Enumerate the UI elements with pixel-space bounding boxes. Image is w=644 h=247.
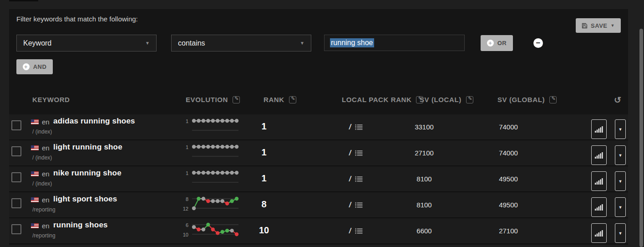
row-checkbox[interactable] — [11, 198, 21, 208]
row-chart-button[interactable] — [591, 145, 607, 165]
language-label: en — [42, 222, 50, 230]
row-chart-button[interactable] — [591, 171, 607, 191]
and-button-label: AND — [33, 63, 47, 70]
filter-value-selected-text: running shoe — [330, 38, 374, 47]
bar-chart-icon — [595, 230, 603, 237]
row-chart-button[interactable] — [591, 119, 607, 139]
keyword-path: /reporting — [32, 232, 56, 239]
evolution-sparkline — [191, 194, 239, 212]
rank-value: 8 — [243, 199, 284, 210]
remove-condition-icon[interactable]: − — [533, 38, 543, 48]
local-pack-list-icon[interactable] — [355, 202, 363, 208]
row-chart-button[interactable] — [591, 197, 607, 217]
rank-value: 1 — [243, 173, 284, 184]
plus-circle-icon: + — [23, 63, 30, 70]
edit-column-icon[interactable]: ✎ — [466, 96, 473, 103]
row-checkbox[interactable] — [11, 120, 21, 130]
sv-local-value: 8100 — [396, 175, 452, 183]
column-header-sv-local[interactable]: SV (LOCAL) ✎ — [420, 96, 473, 103]
bar-chart-icon — [595, 152, 603, 159]
flag-canton — [31, 145, 34, 148]
row-dropdown-button[interactable]: ▼ — [615, 197, 626, 217]
row-dropdown-button[interactable]: ▼ — [615, 119, 626, 139]
evolution-axis-top-label: 6 — [172, 222, 188, 228]
bar-chart-icon — [595, 178, 603, 185]
filter-field-select[interactable]: Keyword ▼ — [16, 35, 157, 51]
filter-field-value: Keyword — [23, 39, 51, 47]
local-pack-list-icon[interactable] — [355, 124, 363, 130]
local-pack-value: / — [349, 227, 351, 235]
chevron-down-icon: ▼ — [611, 23, 615, 28]
row-dropdown-button[interactable]: ▼ — [615, 171, 626, 191]
keyword-link[interactable]: nike running shoe — [53, 169, 122, 178]
local-pack-cell: / — [328, 140, 384, 165]
filter-operator-select[interactable]: contains ▼ — [171, 35, 311, 51]
local-pack-list-icon[interactable] — [355, 228, 363, 234]
table-row: en nike running shoe / (index) 1 1 / 810… — [9, 166, 628, 192]
flag-canton — [31, 223, 34, 226]
sv-global-value: 49500 — [480, 201, 537, 209]
column-header-keyword[interactable]: KEYWORD — [32, 96, 70, 103]
keyword-link[interactable]: light sport shoes — [53, 195, 117, 204]
local-pack-value: / — [349, 201, 351, 209]
sv-local-value: 8100 — [396, 201, 452, 209]
keyword-filter-screen: Filter keywords that match the following… — [0, 0, 644, 247]
column-header-local-pack-rank[interactable]: LOCAL PACK RANK ✎ — [342, 96, 423, 103]
or-button[interactable]: + OR — [481, 35, 513, 51]
column-header-evolution[interactable]: EVOLUTION ✎ — [186, 96, 240, 103]
main-panel: Filter keywords that match the following… — [9, 9, 628, 245]
edit-column-icon[interactable]: ✎ — [233, 96, 240, 103]
evolution-axis-top-label: 1 — [172, 170, 188, 176]
row-chart-button[interactable] — [591, 223, 607, 243]
evolution-sparkline — [191, 168, 239, 186]
us-flag-icon — [31, 197, 39, 202]
row-dropdown-button[interactable]: ▼ — [615, 223, 626, 243]
evolution-axis-bottom-label: 10 — [172, 232, 188, 237]
keyword-link[interactable]: running shoes — [53, 221, 108, 230]
language-label: en — [42, 170, 50, 178]
vertical-scrollbar[interactable] — [639, 29, 643, 247]
edit-column-icon[interactable]: ✎ — [549, 96, 557, 103]
save-button[interactable]: SAVE ▼ — [576, 18, 621, 33]
language-label: en — [42, 118, 50, 126]
table-row: en adidas running shoes / (index) 1 1 / … — [9, 114, 628, 140]
flag-canton — [31, 119, 34, 122]
sv-local-value: 33100 — [396, 123, 452, 131]
filter-operator-value: contains — [178, 39, 205, 47]
sv-global-value: 27100 — [480, 227, 537, 235]
local-pack-list-icon[interactable] — [355, 176, 363, 182]
keyword-path: / (index) — [32, 180, 52, 187]
row-checkbox[interactable] — [11, 146, 21, 156]
plus-circle-icon: + — [487, 40, 494, 46]
local-pack-cell: / — [328, 218, 384, 243]
keyword-link[interactable]: adidas running shoes — [53, 117, 135, 126]
or-button-label: OR — [497, 40, 507, 46]
sv-local-value: 6600 — [396, 227, 452, 235]
top-tab-remnant — [9, 0, 38, 1]
flag-canton — [31, 171, 34, 174]
evolution-axis-top-label: 1 — [172, 144, 188, 150]
evolution-axis-top-label: 1 — [172, 118, 188, 124]
local-pack-value: / — [349, 123, 351, 131]
row-checkbox[interactable] — [11, 172, 21, 182]
us-flag-icon — [31, 119, 39, 124]
column-header-sv-global[interactable]: SV (GLOBAL) ✎ — [497, 96, 557, 103]
filter-title: Filter keywords that match the following… — [16, 15, 138, 23]
column-header-rank[interactable]: RANK ✎ — [264, 96, 296, 103]
keyword-table-body: en adidas running shoes / (index) 1 1 / … — [9, 114, 628, 244]
bar-chart-icon — [595, 204, 603, 211]
reset-filters-icon[interactable]: ↺ — [614, 95, 621, 105]
bar-chart-icon — [595, 126, 603, 133]
row-checkbox[interactable] — [11, 224, 21, 234]
local-pack-value: / — [349, 175, 351, 183]
edit-column-icon[interactable]: ✎ — [289, 96, 296, 103]
keyword-link[interactable]: light running shoe — [53, 143, 122, 152]
row-dropdown-button[interactable]: ▼ — [615, 145, 626, 165]
and-button[interactable]: + AND — [16, 59, 53, 74]
language-label: en — [42, 196, 50, 204]
us-flag-icon — [31, 171, 39, 176]
sv-local-value: 27100 — [396, 149, 452, 157]
local-pack-list-icon[interactable] — [355, 150, 363, 156]
filter-value-input[interactable]: running shoe — [324, 35, 465, 51]
table-row: en light sport shoes /reporting 8 12 8 /… — [9, 192, 628, 218]
